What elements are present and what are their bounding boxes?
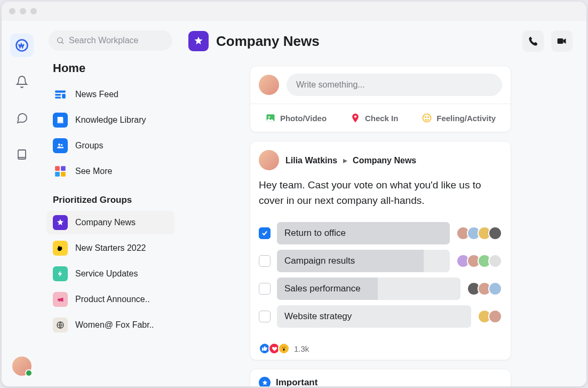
video-call-button[interactable] [551,30,573,52]
sidebar: Search Workplace Home News Feed Knowledg… [42,21,179,386]
sidebar-group-label: Service Updates [75,269,138,279]
poll-checkbox[interactable] [259,227,271,239]
sidebar-item-label: Groups [75,141,103,151]
news-feed-icon [53,87,68,102]
svg-rect-3 [55,90,66,92]
main-content: Company News Write something... [179,21,586,386]
composer-photo-video[interactable]: Photo/Video [260,109,332,126]
sidebar-group-women-fox[interactable]: Women@ Fox Fabr.. [46,313,174,337]
composer-card: Write something... Photo/Video Check In … [250,66,511,132]
grid-icon [53,164,68,179]
sidebar-group-company-news[interactable]: Company News [46,211,174,234]
post-reactions[interactable]: 1.3k [250,337,511,360]
photo-icon [265,113,276,123]
smiley-icon [422,113,432,123]
poll: Return to office Campaign results [250,215,511,337]
sidebar-group-new-starters[interactable]: New Starters 2022 [46,236,174,260]
svg-point-21 [428,117,429,118]
rail-workplace-logo[interactable] [10,34,34,57]
svg-rect-13 [61,172,66,177]
post-body: Hey team. Cast your vote on what you'd l… [250,175,511,215]
svg-rect-12 [55,172,60,177]
important-label: Important [276,377,317,386]
poll-bar[interactable]: Sales performance [277,278,460,300]
sidebar-item-groups[interactable]: Groups [46,134,174,157]
svg-point-22 [282,347,283,348]
composer-placeholder: Write something... [296,80,365,89]
search-input[interactable]: Search Workplace [49,30,172,51]
poll-bar[interactable]: Website strategy [277,305,471,328]
sidebar-group-service-updates[interactable]: Service Updates [46,262,174,286]
caret-right-icon: ▸ [343,156,347,165]
post-target-group[interactable]: Company News [353,156,416,165]
poll-option-4: Website strategy [259,305,502,328]
reaction-count: 1.3k [294,344,309,353]
sidebar-item-label: See More [75,167,112,176]
megaphone-icon [53,292,68,307]
sidebar-group-label: New Starters 2022 [75,243,146,253]
location-icon [350,113,361,123]
star-icon [188,31,209,51]
poll-bar[interactable]: Return to office [277,222,450,244]
window-titlebar [2,2,586,21]
svg-rect-4 [55,94,61,96]
groups-icon [53,138,68,153]
composer-feeling[interactable]: Feeling/Activity [416,109,501,126]
svg-point-19 [423,114,431,122]
svg-rect-5 [55,97,61,98]
sidebar-group-product-announce[interactable]: Product Announce.. [46,288,174,311]
globe-icon [53,318,68,332]
sidebar-item-see-more[interactable]: See More [46,160,174,183]
avatar[interactable] [259,75,279,95]
poll-checkbox[interactable] [259,311,271,322]
traffic-light-minimize[interactable] [20,8,26,14]
rail-library[interactable] [10,142,34,166]
wow-icon [278,343,290,354]
rail-notifications[interactable] [10,70,34,93]
poll-checkbox[interactable] [259,283,271,295]
composer-checkin[interactable]: Check In [345,109,404,126]
poll-bar[interactable]: Campaign results [277,250,450,272]
sidebar-home-heading: Home [53,61,170,75]
svg-point-8 [58,144,60,146]
svg-point-2 [58,38,62,43]
svg-rect-7 [58,122,63,123]
avatar[interactable] [259,150,279,170]
traffic-light-close[interactable] [9,8,15,14]
important-card: Important [250,369,511,386]
post-card: Lilia Watkins ▸ Company News Hey team. C… [250,141,511,360]
nav-rail [2,21,42,386]
sidebar-item-label: News Feed [75,90,118,99]
poll-checkbox[interactable] [259,255,271,267]
post-author[interactable]: Lilia Watkins [285,156,337,165]
search-placeholder: Search Workplace [69,36,138,45]
svg-rect-15 [558,38,563,44]
page-title: Company News [216,33,515,50]
sidebar-section-prioritized: Prioritized Groups [53,195,170,205]
svg-rect-11 [61,166,66,171]
book-icon [53,113,68,128]
poll-voters[interactable] [467,282,502,296]
svg-rect-6 [62,94,66,99]
sidebar-group-label: Product Announce.. [75,295,150,304]
rail-chat[interactable] [10,106,34,130]
sidebar-item-label: Knowledge Library [75,115,146,125]
svg-point-18 [354,115,356,117]
traffic-light-zoom[interactable] [30,8,37,14]
voice-call-button[interactable] [522,30,544,52]
svg-point-17 [268,116,270,118]
sidebar-item-news-feed[interactable]: News Feed [46,83,174,106]
poll-voters[interactable] [456,226,502,240]
poll-option-2: Campaign results [259,250,502,272]
svg-point-24 [283,349,285,351]
svg-rect-10 [55,166,60,171]
sidebar-group-label: Company News [75,218,136,227]
composer-input[interactable]: Write something... [287,74,502,96]
rail-user-avatar[interactable] [12,357,31,376]
reaction-icons [259,343,290,354]
star-badge-icon [259,377,271,386]
wave-icon [53,241,68,256]
poll-voters[interactable] [478,310,502,323]
sidebar-item-knowledge-library[interactable]: Knowledge Library [46,108,174,132]
poll-voters[interactable] [456,254,502,268]
